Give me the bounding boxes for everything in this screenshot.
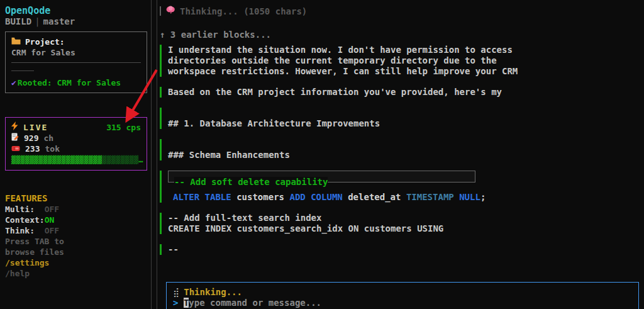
- chars-value: 929: [24, 133, 38, 143]
- check-icon: ✔: [11, 77, 16, 88]
- project-label-row: Project:: [11, 37, 141, 47]
- thinking-header-text: Thinking... (1050 chars): [180, 6, 307, 16]
- feature-multi-row: Multi: OFF: [5, 204, 147, 215]
- live-row: LIVE 315 cps: [11, 121, 141, 133]
- build-branch-line: BUILD|master: [5, 16, 147, 27]
- throughput-progress-bar: ▓▓▓▓▓▓▓▓▓▓▓▓▓▓▓▓▓▓▓▓▓▓▓▓▓▓▓▓…: [11, 155, 141, 165]
- tab-hint-line2: browse files: [5, 247, 147, 257]
- subsection-heading: ### Schema Enhancements: [168, 150, 639, 160]
- paragraph-block: Based on the CRM project information you…: [160, 87, 639, 98]
- dashes-block: --: [160, 244, 639, 255]
- input-status-line: ⣾Thinking...: [173, 287, 632, 298]
- feature-think-row: Think: OFF: [5, 225, 147, 236]
- tokens-row: 233 tok: [11, 143, 141, 154]
- code-panel: -- Add soft delete capability: [168, 171, 475, 183]
- features-section: FEATURES Multi: OFF Context:ON Think: OF…: [5, 193, 147, 279]
- input-placeholder: ype command or message...: [189, 298, 321, 308]
- git-branch-label: master: [43, 16, 75, 26]
- folder-icon: [11, 37, 21, 47]
- dashes-line: --: [168, 244, 639, 255]
- sql-keyword: NULL: [459, 192, 480, 202]
- think-value: OFF: [45, 225, 59, 236]
- chars-unit: ch: [43, 133, 53, 143]
- context-label: Context:: [5, 215, 45, 225]
- progress-bar-remaining: ▓▓▓▓▓▓▓▓: [103, 155, 139, 164]
- thinking-status-header: Thinking... (1050 chars): [160, 6, 639, 16]
- memo-icon: [11, 133, 19, 143]
- context-value: ON: [45, 215, 55, 225]
- sql-keyword: ADD COLUMN: [289, 192, 348, 202]
- sql-datatype: TIMESTAMP: [406, 192, 459, 202]
- think-label: Think:: [5, 225, 45, 236]
- rooted-status-row: ✔Rooted: CRM for Sales: [11, 77, 141, 88]
- project-label: Project:: [25, 37, 65, 47]
- command-input-line[interactable]: > Type command or message...: [173, 298, 632, 308]
- sql-code-block: -- Add soft delete capability ALTER TABL…: [160, 171, 639, 203]
- sidebar: OpenQode BUILD|master Project: CRM for S…: [0, 0, 151, 309]
- earlier-blocks-indicator: ↑ 3 earlier blocks...: [160, 30, 639, 40]
- sql-statement: CREATE INDEX customers_search_idx ON cus…: [168, 223, 639, 234]
- separator: |: [31, 16, 43, 26]
- paragraph-line: workspace restrictions. However, I can s…: [168, 66, 639, 77]
- heading-block: ## 1. Database Architecture Improvements: [160, 108, 639, 129]
- tab-hint-line1: Press TAB to: [5, 236, 147, 247]
- paragraph-line: Based on the CRM project information you…: [168, 87, 639, 98]
- progress-bar-filled: ▓▓▓▓▓▓▓▓▓▓▓▓▓▓▓▓▓▓▓▓: [11, 155, 103, 164]
- spinner-icon: ⣾: [173, 287, 179, 297]
- progress-bar-ellipsis: …: [138, 155, 143, 164]
- multi-value: OFF: [45, 204, 59, 215]
- sql-statement: ALTER TABLE customers ADD COLUMN deleted…: [168, 192, 639, 203]
- ticket-icon: [11, 143, 20, 154]
- settings-command[interactable]: /settings: [5, 257, 147, 268]
- sql-keyword: ALTER TABLE: [173, 192, 236, 202]
- header-bar: [160, 6, 161, 16]
- live-label: LIVE: [23, 122, 48, 133]
- multi-label: Multi:: [5, 204, 45, 215]
- paragraph-line: I understand the situation now. I don't …: [168, 45, 639, 55]
- panel-divider: [11, 62, 141, 63]
- cps-value: 315 cps: [106, 122, 141, 133]
- section-heading: ## 1. Database Architecture Improvements: [168, 118, 639, 129]
- sql-comment: -- Add full-text search index: [168, 213, 639, 223]
- panel-divider-short: [11, 70, 34, 71]
- chars-row: 929 ch: [11, 133, 141, 143]
- paragraph-line: directories outside the current temporar…: [168, 55, 639, 66]
- subheading-block: ### Schema Enhancements: [160, 139, 639, 160]
- live-stats-panel: LIVE 315 cps 929 ch 233 tok ▓▓▓▓▓▓▓▓▓▓▓▓…: [5, 117, 147, 171]
- project-name: CRM for Sales: [11, 47, 141, 58]
- tokens-value: 233: [25, 143, 40, 154]
- sidebar-divider: [151, 0, 157, 309]
- app-window: OpenQode BUILD|master Project: CRM for S…: [0, 0, 644, 309]
- lightning-icon: [11, 121, 18, 133]
- features-heading: FEATURES: [5, 193, 147, 204]
- command-input-box[interactable]: ⣾Thinking... > Type command or message..…: [166, 282, 639, 309]
- paragraph-block: I understand the situation now. I don't …: [160, 45, 639, 77]
- project-panel: Project: CRM for Sales ✔Rooted: CRM for …: [5, 31, 147, 93]
- build-label: BUILD: [5, 16, 31, 26]
- tokens-unit: tok: [45, 143, 59, 154]
- sql-identifier: customers: [236, 192, 289, 202]
- rooted-status: Rooted: CRM for Sales: [18, 77, 121, 88]
- sql-identifier: deleted_at: [348, 192, 406, 202]
- sql-punctuation: ;: [480, 192, 486, 202]
- help-command[interactable]: /help: [5, 268, 147, 279]
- app-title: OpenQode: [5, 5, 147, 16]
- input-status-text: Thinking...: [184, 287, 242, 297]
- sql-comment-title: -- Add soft delete capability: [174, 177, 328, 188]
- main-content: Thinking... (1050 chars) ↑ 3 earlier blo…: [157, 0, 644, 309]
- feature-context-row: Context:ON: [5, 215, 147, 225]
- sql-code-block-2: -- Add full-text search index CREATE IND…: [160, 213, 639, 234]
- message-blocks: I understand the situation now. I don't …: [160, 45, 639, 265]
- brain-icon: [166, 6, 175, 16]
